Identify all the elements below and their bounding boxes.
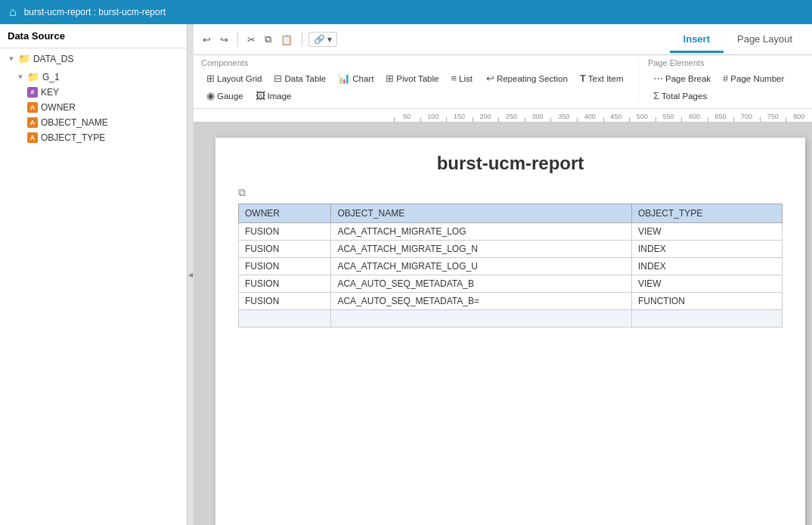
tab-page-layout[interactable]: Page Layout <box>724 27 806 53</box>
chart-button[interactable]: 📊 Chart <box>333 70 379 86</box>
table-row: FUSIONACA_AUTO_SEQ_METADATA_B=FUNCTION <box>239 293 783 310</box>
ruler-50: 50 <box>394 113 420 122</box>
list-icon: ≡ <box>451 73 457 84</box>
right-panel: ↩ ↪ ✂ ⧉ 📋 🔗 ▾ Insert Page Layout Compone… <box>194 24 812 525</box>
ruler-300: 300 <box>525 113 551 122</box>
total-pages-icon: Σ <box>653 90 659 101</box>
field-badge-owner: A <box>27 102 38 113</box>
image-label: Image <box>268 92 292 101</box>
ruler-550: 550 <box>655 113 682 122</box>
pivot-table-icon: ⊞ <box>386 73 394 84</box>
cell-4-2: FUNCTION <box>632 293 783 310</box>
redo-button[interactable]: ↪ <box>217 33 231 47</box>
datasource-header: Data Source <box>0 24 187 48</box>
tab-insert[interactable]: Insert <box>670 27 724 53</box>
table-header: OWNER OBJECT_NAME OBJECT_TYPE <box>239 204 783 223</box>
ruler-250: 250 <box>498 113 525 122</box>
field-label-owner: OWNER <box>41 102 76 113</box>
paste-button[interactable]: 📋 <box>277 33 296 47</box>
cell-2-0: FUSION <box>239 258 331 275</box>
tab-bar: Insert Page Layout <box>670 27 806 51</box>
total-pages-button[interactable]: Σ Total Pages <box>648 88 712 104</box>
list-button[interactable]: ≡ List <box>445 70 478 86</box>
col-header-object-name: OBJECT_NAME <box>331 204 632 223</box>
home-icon[interactable]: ⌂ <box>9 5 17 19</box>
page-break-button[interactable]: ⋯ Page Break <box>648 70 716 86</box>
toolbar-separator-2 <box>302 32 302 47</box>
cell-0-1: ACA_ATTACH_MIGRATE_LOG <box>331 223 632 241</box>
cell-1-2: INDEX <box>632 241 783 258</box>
ruler-500: 500 <box>629 113 655 122</box>
repeating-section-icon: ↩ <box>486 73 494 84</box>
gauge-button[interactable]: ◉ Gauge <box>201 88 249 104</box>
cell-3-1: ACA_AUTO_SEQ_METADATA_B <box>331 275 632 293</box>
field-label-object-name: OBJECT_NAME <box>41 117 108 128</box>
tree-field-key[interactable]: # KEY <box>0 85 187 100</box>
page-elements-section: Page Elements ⋯ Page Break # Page Number… <box>638 58 804 104</box>
folder-icon-g1: 📁 <box>27 71 39 82</box>
app-header: ⌂ burst-ucm-report : burst-ucm-report <box>0 0 812 24</box>
layout-grid-button[interactable]: ⊞ Layout Grid <box>201 70 267 86</box>
tree-field-object-type[interactable]: A OBJECT_TYPE <box>0 130 187 145</box>
page-break-icon: ⋯ <box>653 73 663 84</box>
gauge-label: Gauge <box>217 92 243 101</box>
components-items: ⊞ Layout Grid ⊟ Data Table 📊 Chart ⊞ Piv… <box>201 70 638 104</box>
cell-empty-0 <box>239 310 331 328</box>
copy-page-icon[interactable]: ⧉ <box>238 186 783 199</box>
page-elements-label: Page Elements <box>648 58 804 67</box>
data-table-button[interactable]: ⊟ Data Table <box>268 70 331 86</box>
ruler-100: 100 <box>420 113 447 122</box>
tree-label-g1: G_1 <box>42 72 60 82</box>
sidebar: Data Source ▼ 📁 DATA_DS ▼ 📁 G_1 # KEY A … <box>0 24 188 525</box>
app-title: burst-ucm-report : burst-ucm-report <box>24 7 166 17</box>
table-row: FUSIONACA_ATTACH_MIGRATE_LOG_UINDEX <box>239 258 783 275</box>
table-row: FUSIONACA_ATTACH_MIGRATE_LOG_NINDEX <box>239 241 783 258</box>
canvas-area[interactable]: burst-ucm-report ⧉ OWNER OBJECT_NAME OBJ… <box>194 123 812 525</box>
page-elements-items: ⋯ Page Break # Page Number Σ Total Pages <box>648 70 804 104</box>
repeating-section-button[interactable]: ↩ Repeating Section <box>481 70 573 86</box>
data-table-label: Data Table <box>284 74 326 83</box>
main-layout: Data Source ▼ 📁 DATA_DS ▼ 📁 G_1 # KEY A … <box>0 24 812 525</box>
components-bar: Components ⊞ Layout Grid ⊟ Data Table 📊 … <box>194 55 812 109</box>
page-number-button[interactable]: # Page Number <box>717 70 789 86</box>
cell-0-0: FUSION <box>239 223 331 241</box>
pivot-table-label: Pivot Table <box>396 74 439 83</box>
cell-3-2: VIEW <box>632 275 783 293</box>
text-item-button[interactable]: T Text Item <box>575 70 629 86</box>
pivot-table-button[interactable]: ⊞ Pivot Table <box>380 70 444 86</box>
cell-4-0: FUSION <box>239 293 331 310</box>
header-row: OWNER OBJECT_NAME OBJECT_TYPE <box>239 204 783 223</box>
report-page: burst-ucm-report ⧉ OWNER OBJECT_NAME OBJ… <box>215 138 805 525</box>
sidebar-splitter[interactable] <box>188 24 194 525</box>
cut-button[interactable]: ✂ <box>244 33 259 47</box>
table-row: FUSIONACA_AUTO_SEQ_METADATA_BVIEW <box>239 275 783 293</box>
cell-2-2: INDEX <box>632 258 783 275</box>
page-number-icon: # <box>723 73 728 84</box>
ruler-800: 800 <box>786 113 812 122</box>
ruler-600: 600 <box>681 113 708 122</box>
undo-button[interactable]: ↩ <box>200 33 214 47</box>
link-dropdown[interactable]: 🔗 ▾ <box>308 32 337 47</box>
image-button[interactable]: 🖼 Image <box>250 88 297 104</box>
data-table-icon: ⊟ <box>274 73 282 84</box>
repeating-section-label: Repeating Section <box>497 74 568 83</box>
folder-icon: 📁 <box>18 53 30 64</box>
field-badge-object-name: A <box>27 117 38 128</box>
ruler-650: 650 <box>708 113 734 122</box>
cell-3-0: FUSION <box>239 275 331 293</box>
table-body: FUSIONACA_ATTACH_MIGRATE_LOGVIEWFUSIONAC… <box>239 223 783 328</box>
tree-field-owner[interactable]: A OWNER <box>0 100 187 115</box>
tree-root-data-ds[interactable]: ▼ 📁 DATA_DS <box>0 48 187 69</box>
copy-button[interactable]: ⧉ <box>262 32 274 47</box>
text-item-label: Text Item <box>588 74 624 83</box>
ruler-400: 400 <box>577 113 603 122</box>
field-label-key: KEY <box>41 87 59 98</box>
page-break-label: Page Break <box>665 74 711 83</box>
tree-group-g1[interactable]: ▼ 📁 G_1 <box>0 69 187 85</box>
ruler-200: 200 <box>473 113 499 122</box>
tree-field-object-name[interactable]: A OBJECT_NAME <box>0 115 187 130</box>
chart-icon: 📊 <box>338 73 350 84</box>
cell-1-1: ACA_ATTACH_MIGRATE_LOG_N <box>331 241 632 258</box>
toolbar: ↩ ↪ ✂ ⧉ 📋 🔗 ▾ Insert Page Layout <box>194 24 812 55</box>
cell-2-1: ACA_ATTACH_MIGRATE_LOG_U <box>331 258 632 275</box>
